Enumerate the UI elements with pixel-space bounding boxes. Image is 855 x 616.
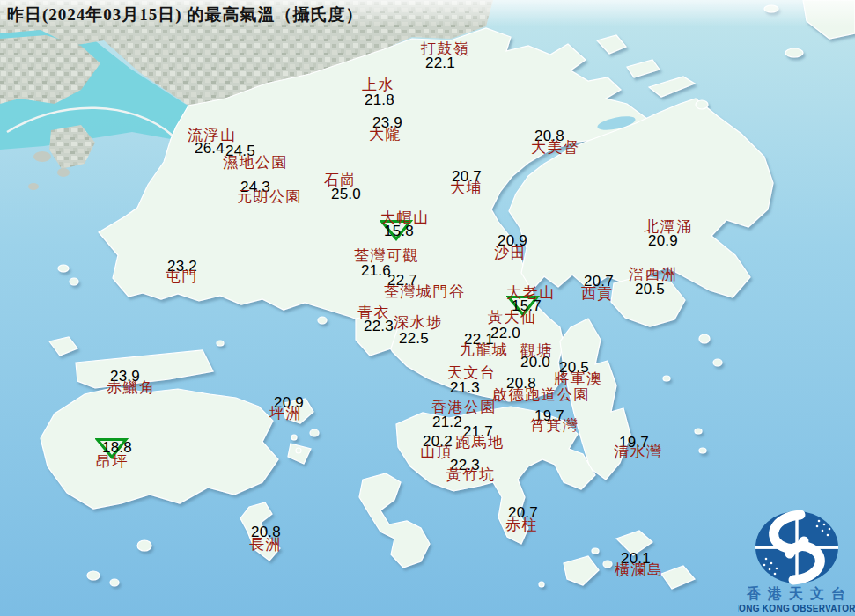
hko-logo: 香 港 天 文 台 HONG KONG OBSERVATORY: [738, 507, 855, 616]
station-name: 天文台: [447, 365, 497, 380]
station-temp-value: 25.0: [331, 187, 361, 202]
station-temp-value: 21.2: [432, 414, 462, 429]
station-name: 大隴: [369, 127, 402, 142]
station-name: 青衣: [357, 305, 390, 320]
islet: [70, 278, 78, 285]
station-name: 西貢: [581, 286, 614, 301]
island-ma-wan: [318, 317, 327, 324]
station-name: 坪洲: [269, 406, 302, 421]
station-name: 深水埗: [394, 315, 443, 330]
station-name: 黃竹坑: [446, 467, 496, 482]
station-name: 昂坪: [96, 454, 129, 469]
island-ninepin-a: [699, 334, 710, 343]
station-name: 啟德跑道公園: [492, 387, 590, 402]
station-name: 沙田: [494, 246, 527, 260]
map-title: 昨日(2024年03月15日) 的最高氣溫（攝氏度）: [7, 4, 363, 26]
island-kau-yi-chau: [310, 429, 319, 436]
station-name: 大埔: [450, 180, 483, 195]
hong-kong-map: [0, 0, 855, 616]
station-name: 流浮山: [188, 128, 237, 143]
station-name: 跑馬地: [455, 435, 505, 450]
islet: [663, 376, 670, 381]
station-name: 橫瀾島: [615, 562, 664, 577]
station-name: 荃灣城門谷: [384, 284, 466, 299]
hk-max-temperature-map: 昨日(2024年03月15日) 的最高氣溫（攝氏度） 22.1打鼓嶺21.8上水…: [0, 0, 855, 616]
station-name: 北潭涌: [644, 219, 693, 234]
station-name: 將軍澳: [554, 371, 603, 386]
station-name: 上水: [362, 77, 394, 92]
station-name: 山頂: [420, 444, 453, 459]
island-soko-b: [110, 579, 119, 586]
station-name: 大美督: [531, 140, 580, 155]
station-name: 長洲: [249, 537, 282, 552]
islet: [58, 265, 69, 272]
station-name: 元朗公園: [237, 189, 302, 204]
station-name: 筲箕灣: [530, 418, 579, 433]
island-ninepin-b: [713, 359, 722, 366]
islet: [695, 429, 702, 434]
station-temp-value: 20.5: [635, 282, 665, 297]
station-name: 觀塘: [520, 343, 553, 358]
station-name: 打鼓嶺: [421, 41, 470, 56]
island-brothers: [217, 341, 224, 346]
islet: [603, 561, 612, 568]
station-name: 濕地公園: [223, 155, 288, 170]
hko-logo-english: HONG KONG OBSERVATORY: [738, 604, 855, 613]
station-name: 香港公園: [431, 400, 497, 414]
station-name: 九龍城: [460, 342, 509, 357]
islet: [291, 435, 297, 440]
islet: [296, 448, 301, 453]
island-waglan: [592, 548, 599, 554]
island-ping-chau: [785, 48, 803, 57]
station-name: 屯門: [166, 269, 198, 284]
island-soko-a: [87, 571, 100, 580]
station-name: 赤鱲角: [107, 380, 156, 395]
station-temp-value: 20.9: [648, 233, 678, 248]
station-temp-value: 21.3: [450, 380, 480, 395]
station-temp-value: 22.1: [425, 55, 455, 70]
island-shek-kwu-chau: [137, 540, 151, 551]
station-temp-value: 21.8: [365, 92, 394, 107]
island-lantau: [41, 387, 278, 509]
hko-logo-chinese: 香 港 天 文 台: [746, 585, 847, 601]
station-name: 滘西洲: [629, 267, 678, 282]
station-temp-value: 22.0: [490, 326, 520, 341]
station-temp-value: 21.6: [361, 263, 391, 278]
islet: [699, 448, 706, 453]
station-temp-value: 22.5: [399, 331, 429, 346]
station-name: 荃灣可觀: [354, 248, 419, 263]
islet: [539, 582, 544, 587]
station-name: 黃大仙: [488, 310, 537, 325]
island-tap-mun: [696, 100, 708, 109]
station-name: 大老山: [506, 285, 556, 300]
station-name: 石崗: [324, 172, 357, 187]
station-name: 赤柱: [505, 517, 538, 532]
station-name: 清水灣: [614, 444, 663, 459]
station-name: 大帽山: [380, 210, 430, 225]
